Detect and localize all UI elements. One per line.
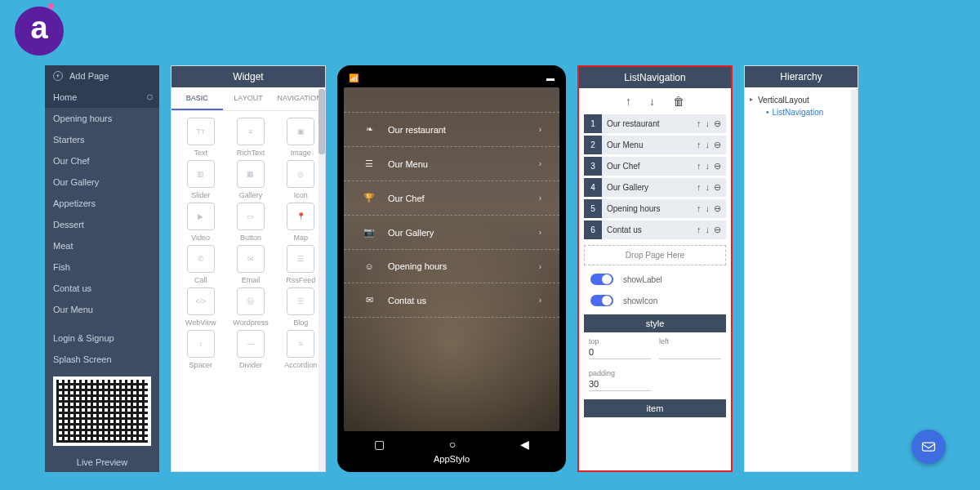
chevron-right-icon: › bbox=[539, 228, 541, 237]
sidebar-page-opening-hours[interactable]: Opening hours bbox=[45, 108, 159, 129]
row-remove-icon[interactable]: ⊖ bbox=[714, 140, 721, 150]
field-left: left bbox=[659, 337, 721, 359]
sidebar-page-our-menu[interactable]: Our Menu bbox=[45, 299, 159, 320]
mail-icon: ✉ bbox=[362, 295, 376, 305]
nav-recent-icon[interactable]: ◀ bbox=[520, 438, 529, 451]
preview-item-chef[interactable]: 🏆Our Chef› bbox=[344, 181, 559, 216]
toggle-switch[interactable] bbox=[590, 295, 613, 306]
input-top[interactable] bbox=[589, 345, 651, 359]
nav-item-4[interactable]: 4Our Gallery↑↓⊖ bbox=[584, 178, 726, 197]
chevron-right-icon: › bbox=[539, 262, 541, 271]
row-up-icon[interactable]: ↑ bbox=[697, 161, 702, 172]
hierarchy-panel: Hierarchy VerticalLayout ListNavigation bbox=[744, 65, 858, 472]
widget-wordpress[interactable]: ⓌWordpress bbox=[226, 287, 274, 327]
nav-item-3[interactable]: 3Our Chef↑↓⊖ bbox=[584, 157, 726, 176]
hierarchy-root[interactable]: VerticalLayout bbox=[751, 96, 851, 105]
sidebar-page-our-gallery[interactable]: Our Gallery bbox=[45, 172, 159, 193]
add-page-label: Add Page bbox=[69, 71, 109, 81]
input-padding[interactable] bbox=[589, 377, 651, 391]
nav-back-icon[interactable]: ▢ bbox=[374, 438, 385, 451]
preview-item-restaurant[interactable]: ❧Our restaurant› bbox=[344, 112, 559, 147]
tab-layout[interactable]: LAYOUT bbox=[223, 87, 274, 110]
row-down-icon[interactable]: ↓ bbox=[706, 225, 710, 235]
row-remove-icon[interactable]: ⊖ bbox=[714, 161, 721, 172]
drop-zone[interactable]: Drop Page Here bbox=[584, 245, 726, 265]
nav-item-6[interactable]: 6Contat us↑↓⊖ bbox=[584, 220, 726, 239]
move-down-icon[interactable]: ↓ bbox=[649, 95, 655, 108]
row-up-icon[interactable]: ↑ bbox=[697, 225, 702, 235]
widget-grid: TTText ≡RichText ▣Image ▥Slider ▦Gallery… bbox=[172, 111, 325, 471]
sidebar-splash-screen[interactable]: Splash Screen bbox=[45, 349, 159, 370]
hierarchy-child[interactable]: ListNavigation bbox=[751, 108, 851, 117]
add-page-button[interactable]: + Add Page bbox=[45, 65, 159, 87]
row-remove-icon[interactable]: ⊖ bbox=[714, 118, 721, 129]
tab-basic[interactable]: BASIC bbox=[172, 87, 223, 110]
widget-richtext[interactable]: ≡RichText bbox=[226, 118, 274, 157]
row-remove-icon[interactable]: ⊖ bbox=[714, 203, 721, 214]
chevron-right-icon: › bbox=[539, 159, 541, 168]
hierarchy-scrollbar[interactable] bbox=[851, 89, 858, 471]
style-section-header[interactable]: style bbox=[584, 314, 726, 332]
nav-item-1[interactable]: 1Our restaurant↑↓⊖ bbox=[584, 114, 726, 133]
sidebar-page-fish[interactable]: Fish bbox=[45, 256, 159, 278]
preview-item-hours[interactable]: ☺Opening hours› bbox=[344, 250, 559, 283]
widget-webview[interactable]: </>WebView bbox=[176, 287, 225, 327]
leaf-icon: ❧ bbox=[362, 124, 376, 135]
row-up-icon[interactable]: ↑ bbox=[697, 203, 702, 214]
row-remove-icon[interactable]: ⊖ bbox=[714, 182, 721, 193]
row-up-icon[interactable]: ↑ bbox=[697, 140, 702, 150]
toggle-showicon[interactable]: showIcon bbox=[579, 290, 731, 311]
sidebar-page-appetizers[interactable]: Appetizers bbox=[45, 193, 159, 214]
widget-gallery[interactable]: ▦Gallery bbox=[226, 160, 274, 199]
live-preview-label[interactable]: Live Preview bbox=[45, 452, 159, 472]
inspector-panel: ListNavigation ↑ ↓ 🗑 1Our restaurant↑↓⊖ … bbox=[577, 65, 733, 472]
widget-panel: Widget BASIC LAYOUT NAVIGATION TTText ≡R… bbox=[171, 65, 326, 472]
blog-icon: ☰ bbox=[287, 287, 314, 315]
row-down-icon[interactable]: ↓ bbox=[706, 118, 710, 129]
nav-item-2[interactable]: 2Our Menu↑↓⊖ bbox=[584, 136, 726, 154]
item-section-header[interactable]: item bbox=[584, 399, 726, 417]
phone-screen[interactable]: ❧Our restaurant› ☰Our Menu› 🏆Our Chef› 📷… bbox=[344, 87, 559, 431]
preview-item-gallery[interactable]: 📷Our Gallery› bbox=[344, 216, 559, 250]
nav-item-5[interactable]: 5Opening hours↑↓⊖ bbox=[584, 199, 726, 218]
delete-icon[interactable]: 🗑 bbox=[673, 95, 684, 108]
row-down-icon[interactable]: ↓ bbox=[706, 203, 710, 214]
widget-video[interactable]: ▶Video bbox=[176, 203, 225, 242]
row-up-icon[interactable]: ↑ bbox=[697, 182, 702, 193]
phone-preview: 📶▬ ❧Our restaurant› ☰Our Menu› 🏆Our Chef… bbox=[337, 65, 566, 472]
preview-item-contact[interactable]: ✉Contat us› bbox=[344, 283, 559, 318]
sidebar-page-dessert[interactable]: Dessert bbox=[45, 214, 159, 235]
nav-home-icon[interactable]: ○ bbox=[449, 438, 456, 451]
sidebar-page-starters[interactable]: Starters bbox=[45, 129, 159, 150]
widget-spacer[interactable]: ↕Spacer bbox=[176, 330, 225, 369]
row-remove-icon[interactable]: ⊖ bbox=[714, 225, 721, 235]
inspector-toolbar: ↑ ↓ 🗑 bbox=[579, 88, 731, 114]
sidebar-login-signup[interactable]: Login & Signup bbox=[45, 327, 159, 349]
input-left[interactable] bbox=[659, 345, 721, 359]
row-down-icon[interactable]: ↓ bbox=[706, 161, 710, 172]
preview-item-menu[interactable]: ☰Our Menu› bbox=[344, 147, 559, 181]
widget-text[interactable]: TTText bbox=[176, 118, 225, 157]
widget-divider[interactable]: —Divider bbox=[226, 330, 274, 369]
widget-slider[interactable]: ▥Slider bbox=[176, 160, 225, 199]
widget-call[interactable]: ✆Call bbox=[176, 245, 225, 284]
sidebar-page-home[interactable]: Home bbox=[45, 87, 159, 108]
widget-tabs: BASIC LAYOUT NAVIGATION bbox=[172, 87, 325, 111]
chat-fab[interactable] bbox=[911, 430, 946, 464]
row-down-icon[interactable]: ↓ bbox=[706, 182, 710, 193]
row-up-icon[interactable]: ↑ bbox=[697, 118, 702, 129]
camera-icon: 📷 bbox=[362, 227, 376, 238]
move-up-icon[interactable]: ↑ bbox=[626, 95, 631, 108]
widget-email[interactable]: ✉Email bbox=[226, 245, 274, 284]
sidebar-page-our-chef[interactable]: Our Chef bbox=[45, 150, 159, 172]
toggle-showlabel[interactable]: showLabel bbox=[579, 269, 731, 290]
tab-navigation[interactable]: NAVIGATION bbox=[274, 87, 325, 110]
sidebar-page-meat[interactable]: Meat bbox=[45, 235, 159, 256]
row-down-icon[interactable]: ↓ bbox=[706, 140, 710, 150]
toggle-switch[interactable] bbox=[590, 274, 613, 285]
widget-button[interactable]: ▭Button bbox=[226, 203, 274, 242]
call-icon: ✆ bbox=[187, 245, 215, 273]
widget-scrollbar[interactable] bbox=[318, 89, 325, 471]
hierarchy-title: Hierarchy bbox=[745, 66, 858, 87]
sidebar-page-contact-us[interactable]: Contat us bbox=[45, 278, 159, 299]
